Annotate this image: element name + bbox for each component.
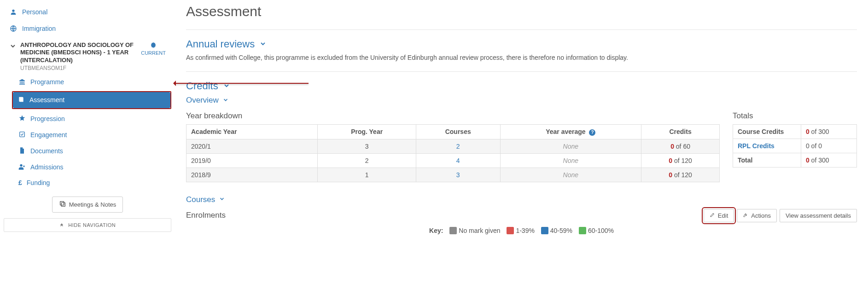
sidebar-item-label: Programme (30, 78, 64, 86)
cell-courses[interactable]: 4 (416, 153, 500, 168)
current-badge: CURRENT (141, 41, 166, 56)
sidebar-item-label: Assessment (29, 96, 64, 104)
swatch-red-icon (507, 227, 514, 234)
year-breakdown-heading: Year breakdown (186, 111, 720, 121)
programme-header[interactable]: ANTHROPOLOGY AND SOCIOLOGY OF MEDICINE (… (4, 37, 171, 74)
file-icon (18, 147, 26, 156)
credits-toggle[interactable]: Credits (186, 80, 857, 92)
section-label: Annual reviews (186, 38, 255, 50)
sidebar-item-funding[interactable]: £ Funding (14, 175, 171, 190)
wrench-icon (743, 212, 748, 219)
cell-credits: 0 of 120 (641, 153, 720, 168)
svg-point-0 (12, 10, 14, 12)
sidebar-item-admissions[interactable]: Admissions (14, 159, 171, 175)
totals-heading: Totals (733, 111, 857, 121)
globe-icon (9, 25, 17, 32)
totals-table: Course Credits 0 of 300 RPL Credits 0 of… (733, 124, 857, 168)
chevron-down-icon (9, 41, 17, 51)
chevron-double-up-icon (59, 222, 66, 228)
rpl-credits-link: RPL Credits (738, 142, 775, 150)
page-title: Assessment (186, 4, 857, 19)
sidebar-item-label: Documents (30, 147, 63, 155)
edit-button[interactable]: Edit (704, 209, 734, 222)
programme-code: UTBMEANSOM1F (20, 65, 137, 71)
annotation-arrow-1 (175, 83, 309, 84)
sidebar-item-documents[interactable]: Documents (14, 143, 171, 159)
mark-key: Key: No mark given 1-39% 40-59% 60-100% (186, 227, 857, 234)
bank-icon (18, 78, 26, 87)
sidebar-item-engagement[interactable]: Engagement (14, 127, 171, 143)
cell-credits: 0 of 60 (641, 139, 720, 153)
meetings-notes-button[interactable]: Meetings & Notes (52, 197, 123, 213)
view-assessment-details-button[interactable]: View assessment details (780, 209, 857, 222)
table-row: 2019/0 2 4 None 0 of 120 (186, 153, 720, 168)
cell-prog: 2 (318, 153, 416, 168)
pencil-icon (710, 212, 715, 219)
overview-toggle[interactable]: Overview (186, 96, 857, 105)
cell-credits: 0 of 120 (641, 168, 720, 182)
sidebar-item-progression[interactable]: Progression (14, 111, 171, 127)
check-icon (18, 131, 26, 139)
swatch-none-icon (449, 227, 457, 234)
actions-button[interactable]: Actions (737, 209, 777, 222)
chevron-down-icon (259, 40, 267, 49)
table-row: 2018/9 1 3 None 0 of 120 (186, 168, 720, 182)
sidebar-item-label: Funding (27, 179, 50, 186)
sidebar-item-label: Engagement (30, 131, 67, 139)
totals-label[interactable]: RPL Credits (733, 139, 801, 153)
book-icon (17, 96, 25, 104)
totals-value: 0 of 300 (801, 125, 856, 139)
svg-point-4 (20, 164, 22, 166)
divider (186, 29, 857, 30)
sidebar-item-personal[interactable]: Personal (4, 4, 171, 20)
pound-icon: £ (18, 179, 22, 186)
totals-value: 0 of 0 (801, 139, 856, 153)
sidebar-item-label: Progression (30, 115, 65, 122)
button-label: Meetings & Notes (69, 201, 117, 208)
help-icon[interactable]: ? (589, 129, 595, 136)
cell-avg: None (500, 139, 641, 153)
key-label: Key: (429, 227, 443, 234)
svg-rect-6 (60, 201, 64, 205)
sidebar-item-label: Personal (22, 8, 47, 16)
totals-label: Total (733, 153, 801, 168)
cell-avg: None (500, 153, 641, 168)
section-label: Credits (186, 80, 218, 92)
key-item: 60-100% (588, 227, 614, 234)
totals-row: Course Credits 0 of 300 (733, 125, 857, 139)
person-icon (9, 8, 17, 16)
button-label: View assessment details (786, 212, 851, 219)
sidebar-item-programme[interactable]: Programme (14, 74, 171, 90)
divider (186, 71, 857, 72)
col-year-average: Year average ? (500, 125, 641, 139)
cell-avg: None (500, 168, 641, 182)
cell-prog: 3 (318, 139, 416, 153)
svg-rect-3 (20, 132, 25, 137)
key-item: 40-59% (550, 227, 572, 234)
section-label: Courses (186, 195, 215, 204)
cell-year: 2018/9 (186, 168, 318, 182)
chevron-down-icon (222, 97, 229, 104)
button-label: Actions (751, 212, 771, 219)
chevron-down-icon (219, 196, 225, 203)
cell-courses[interactable]: 3 (416, 168, 500, 182)
sidebar-item-immigration[interactable]: Immigration (4, 20, 171, 37)
table-header-row: Academic Year Prog. Year Courses Year av… (186, 125, 720, 139)
section-label: Overview (186, 96, 219, 105)
assessment-highlight: Assessment (12, 91, 171, 109)
swatch-green-icon (579, 227, 586, 234)
annual-reviews-toggle[interactable]: Annual reviews (186, 38, 857, 50)
action-buttons: Edit Actions View assessment details (704, 209, 857, 222)
svg-rect-5 (61, 203, 65, 206)
courses-toggle[interactable]: Courses (186, 195, 857, 204)
year-breakdown-table: Academic Year Prog. Year Courses Year av… (186, 124, 720, 182)
totals-label: Course Credits (733, 125, 801, 139)
annual-reviews-text: As confirmed with College, this programm… (186, 54, 857, 61)
swatch-blue-icon (541, 227, 548, 234)
key-item: 1-39% (516, 227, 534, 234)
cell-courses[interactable]: 2 (416, 139, 500, 153)
sidebar-item-assessment[interactable]: Assessment (13, 92, 170, 108)
star-icon (18, 115, 26, 123)
hide-navigation-button[interactable]: HIDE NAVIGATION (4, 218, 171, 232)
col-prog-year: Prog. Year (318, 125, 416, 139)
